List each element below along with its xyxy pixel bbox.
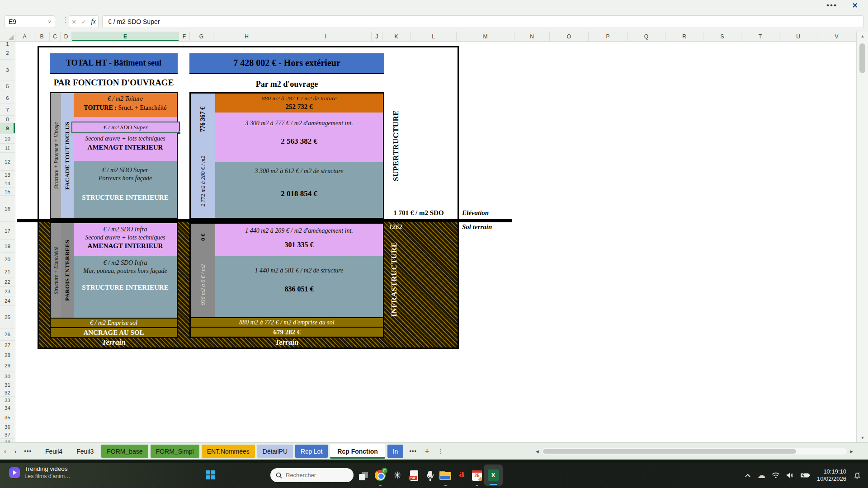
column-header-I[interactable]: I [280,32,372,41]
row-header-25[interactable]: 25 [0,306,15,328]
row-header-34[interactable]: 34 [0,404,15,412]
chatgpt-icon[interactable]: ✳ [392,469,403,481]
row-header-32[interactable]: 32 [0,389,15,397]
select-all-corner[interactable] [0,32,15,41]
scroll-down-icon[interactable]: ▼ [857,433,868,442]
row-header-2[interactable]: 2 [0,46,15,60]
column-header-M[interactable]: M [457,32,514,41]
calendar-app-icon[interactable]: 25 [471,469,483,481]
row-header-16[interactable]: 16 [0,196,15,222]
row-header-14[interactable]: 14 [0,179,15,188]
excel-taskbar-icon[interactable]: X [484,465,503,486]
ribbon-more-button[interactable]: ••• [826,1,837,10]
row-header-35[interactable]: 35 [0,412,15,423]
column-header-U[interactable]: U [779,32,817,41]
column-header-J[interactable]: J [372,32,382,41]
notification-toast[interactable]: Trending videos Les films d'anim… [9,465,71,479]
row-header-17[interactable]: 17 [0,222,15,240]
horizontal-scrollbar[interactable]: ◄ ► [533,446,856,456]
row-header-29[interactable]: 29 [0,360,15,371]
sheet-tab-ent-nomm-es[interactable]: ENT.Nommées [202,445,255,458]
selected-cell-e9[interactable]: € / m2 SDO Super [71,122,180,133]
horizontal-scroll-thumb[interactable] [543,449,796,454]
enter-button[interactable]: ✓ [81,19,86,25]
row-header-13[interactable]: 13 [0,171,15,179]
column-header-F[interactable]: F [179,32,190,41]
sheet-tab-rcp-fonction[interactable]: Rcp Fonction [330,444,385,459]
row-header-37[interactable]: 37 [0,431,15,439]
task-view-icon[interactable] [358,469,369,481]
sheet-nav-more-icon[interactable]: ••• [20,448,35,455]
row-header-7[interactable]: 7 [0,104,15,116]
row-header-15[interactable]: 15 [0,188,15,196]
sheet-tab-d-tailpu[interactable]: DétailPU [257,445,293,458]
row-header-33[interactable]: 33 [0,397,15,404]
chevron-down-icon[interactable]: ˅ [48,16,51,28]
column-header-G[interactable]: G [190,32,213,41]
row-header-23[interactable]: 23 [0,287,15,296]
sheet-nav-right-icon[interactable]: › [10,448,21,455]
column-header-N[interactable]: N [514,32,550,41]
row-header-20[interactable]: 20 [0,253,15,266]
taskbar-search[interactable] [270,468,354,482]
sheet-tab-rcp-lot[interactable]: Rcp Lot [295,445,328,458]
row-header-9[interactable]: 9 [0,123,15,134]
column-header-S[interactable]: S [703,32,741,41]
row-header-24[interactable]: 24 [0,296,15,306]
sheet-menu-icon[interactable]: ⋮ [434,448,448,455]
volume-icon[interactable] [786,472,794,479]
sheet-nav-left-icon[interactable]: ‹ [0,448,10,455]
row-header-19[interactable]: 19 [0,240,15,253]
column-header-K[interactable]: K [382,32,410,41]
red-a-app-icon[interactable]: a [456,467,467,479]
battery-icon[interactable] [800,473,810,478]
row-header-31[interactable]: 31 [0,381,15,389]
row-header-21[interactable]: 21 [0,266,15,277]
column-header-P[interactable]: P [589,32,627,41]
fill-handle[interactable] [178,131,181,134]
column-header-C[interactable]: C [50,32,61,41]
column-header-O[interactable]: O [550,32,589,41]
row-header-38[interactable]: 38 [0,439,15,442]
row-header-28[interactable]: 28 [0,350,15,360]
hidden-tabs-icon[interactable]: ••• [406,448,420,455]
sheet-tab-feuil3[interactable]: Feuil3 [70,445,100,458]
insert-function-button[interactable]: fx [91,18,96,25]
dictation-mic-icon[interactable] [424,469,436,481]
column-header-R[interactable]: R [665,32,703,41]
column-header-A[interactable]: A [15,32,34,41]
row-header-5[interactable]: 5 [0,80,15,92]
row-header-12[interactable]: 12 [0,153,15,171]
formula-input[interactable]: € / m2 SDO Super [102,15,863,28]
search-input[interactable] [286,472,344,479]
hscroll-right-icon[interactable]: ► [847,449,856,454]
row-header-36[interactable]: 36 [0,423,15,431]
row-header-6[interactable]: 6 [0,92,15,104]
scroll-up-icon[interactable]: ▲ [857,32,868,41]
sheet-tab-form-simpl[interactable]: FORM_Simpl [151,445,199,458]
sheet-tab-form-base[interactable]: FORM_base [101,445,148,458]
cancel-button[interactable]: ✕ [71,19,76,25]
vertical-scrollbar[interactable]: ▲ ▼ [856,32,868,442]
row-header-27[interactable]: 27 [0,341,15,350]
column-header-H[interactable]: H [213,32,280,41]
row-header-30[interactable]: 30 [0,371,15,381]
vertical-scroll-thumb[interactable] [859,43,865,73]
row-header-26[interactable]: 26 [0,328,15,341]
row-header-3[interactable]: 3 [0,60,15,80]
taskbar-clock[interactable]: 10:19:10 10/02/2026 [817,468,846,483]
onedrive-cloud-icon[interactable]: ☁ [757,470,765,480]
column-header-L[interactable]: L [410,32,457,41]
new-sheet-button[interactable]: + [420,446,434,456]
sheet-tab-in[interactable]: In [387,445,404,458]
row-header-10[interactable]: 10 [0,134,15,144]
name-box[interactable]: E9 ˅ [5,15,55,28]
wifi-icon[interactable] [772,472,780,479]
column-header-V[interactable]: V [817,32,856,41]
chrome-icon[interactable]: F [374,469,386,481]
notification-bell-icon[interactable]: z z [853,471,861,479]
column-header-B[interactable]: B [34,32,50,41]
close-icon[interactable]: ✕ [852,1,858,10]
column-header-E[interactable]: E [72,32,179,41]
row-header-22[interactable]: 22 [0,277,15,287]
